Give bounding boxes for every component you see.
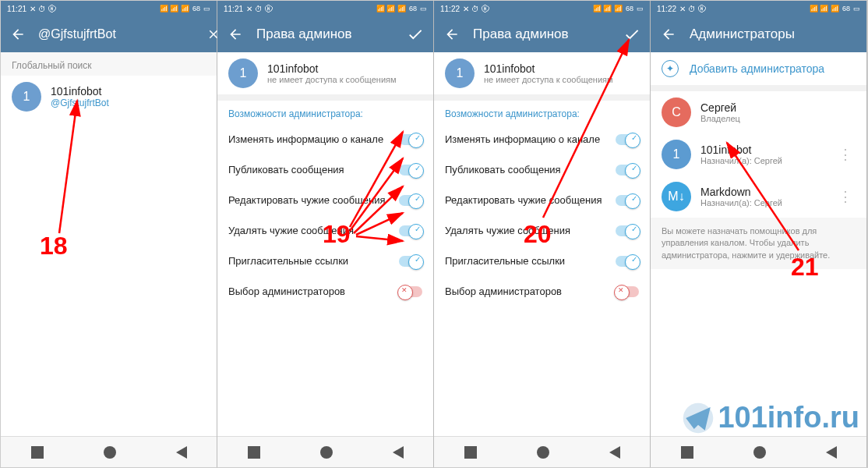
avatar: 1: [662, 140, 691, 169]
annotation-18: 18: [40, 232, 68, 260]
result-sub: @GjfstujfrtBot: [51, 98, 206, 108]
nav-home-icon[interactable]: [320, 446, 333, 459]
topbar: Права админов: [217, 16, 433, 52]
permission-label: Пригласительные ссылки: [228, 255, 399, 267]
avatar: M↓: [662, 182, 691, 211]
permission-row[interactable]: Редактировать чужие сообщения: [434, 185, 650, 215]
permission-label: Удалять чужие сообщения: [445, 225, 616, 236]
permission-label: Публиковать сообщения: [445, 164, 616, 176]
permission-row[interactable]: Изменять информацию о канале: [434, 124, 650, 154]
caps-label: Возможности администратора:: [217, 101, 433, 124]
topbar: Администраторы: [651, 16, 866, 52]
status-icons: ✕ ⏱ Ⓦ: [30, 5, 56, 13]
more-icon[interactable]: ⋮: [835, 146, 856, 163]
back-icon[interactable]: [443, 26, 460, 43]
more-icon[interactable]: ⋮: [835, 188, 856, 205]
pane-admin-rights-1: 11:21✕ ⏱ Ⓦ 📶 📶 📶 68▭ Права админов 1 101…: [217, 1, 434, 467]
toggle[interactable]: [399, 165, 422, 176]
statusbar: 11:22✕ ⏱ Ⓦ 📶 📶 📶 68▭: [651, 1, 866, 16]
global-search-label: Глобальный поиск: [1, 52, 217, 76]
caps-label: Возможности администратора:: [434, 101, 650, 124]
statusbar: 11:21✕ ⏱ Ⓦ 📶 📶 📶 68▭: [1, 1, 217, 16]
topbar-title: Администраторы: [690, 27, 857, 42]
permission-label: Изменять информацию о канале: [445, 133, 616, 145]
permission-label: Выбор администраторов: [228, 285, 399, 297]
toggle[interactable]: [616, 195, 639, 206]
statusbar: 11:21✕ ⏱ Ⓦ 📶 📶 📶 68▭: [217, 1, 433, 16]
admin-row[interactable]: 1101infobotНазначил(а): Сергей⋮: [651, 133, 866, 176]
status-right: 📶 📶 📶 68▭: [160, 5, 210, 12]
permission-label: Редактировать чужие сообщения: [228, 194, 399, 206]
nav-back-icon[interactable]: [393, 446, 404, 459]
permission-row[interactable]: Публиковать сообщения: [434, 154, 650, 185]
permission-row[interactable]: Редактировать чужие сообщения: [217, 185, 433, 215]
nav-recent-icon[interactable]: [31, 446, 44, 459]
star-plus-icon: ✦: [662, 60, 679, 77]
toggle[interactable]: [399, 286, 422, 297]
permission-row[interactable]: Выбор администраторов: [434, 276, 650, 307]
permission-label: Пригласительные ссылки: [445, 255, 616, 267]
toggle[interactable]: [399, 134, 422, 145]
nav-back-icon[interactable]: [176, 446, 187, 459]
toggle[interactable]: [616, 165, 639, 176]
avatar: 1: [12, 82, 41, 112]
confirm-icon[interactable]: [623, 26, 640, 43]
nav-recent-icon[interactable]: [681, 446, 693, 459]
search-input[interactable]: [38, 27, 194, 41]
nav-back-icon[interactable]: [826, 446, 837, 459]
search-result[interactable]: 1 101infobot @GjfstujfrtBot: [1, 76, 217, 118]
toggle[interactable]: [399, 256, 422, 267]
back-icon[interactable]: [660, 26, 677, 43]
permission-row[interactable]: Пригласительные ссылки: [217, 246, 433, 276]
back-icon[interactable]: [10, 26, 26, 43]
permission-label: Редактировать чужие сообщения: [445, 194, 616, 206]
nav-recent-icon[interactable]: [464, 446, 477, 459]
toggle[interactable]: [616, 286, 639, 297]
toggle[interactable]: [616, 134, 639, 145]
permission-row[interactable]: Публиковать сообщения: [217, 154, 433, 185]
add-admin-button[interactable]: ✦ Добавить администратора: [651, 52, 866, 85]
svg-line-0: [59, 101, 77, 233]
topbar: Права админов: [434, 16, 650, 52]
admin-row[interactable]: ССергейВладелец: [651, 91, 866, 133]
admin-bot-row[interactable]: 1 101infobot не имеет доступа к сообщени…: [217, 52, 433, 94]
toggle[interactable]: [399, 225, 422, 236]
permission-row[interactable]: Пригласительные ссылки: [434, 246, 650, 276]
android-navbar: [434, 436, 650, 467]
admin-bot-row[interactable]: 1 101infobot не имеет доступа к сообщени…: [434, 52, 650, 94]
status-time: 11:21: [7, 5, 26, 13]
confirm-icon[interactable]: [407, 26, 424, 43]
result-title: 101infobot: [51, 85, 206, 98]
toggle[interactable]: [616, 256, 639, 267]
permission-label: Выбор администраторов: [445, 285, 616, 297]
pane-search: 11:21✕ ⏱ Ⓦ 📶 📶 📶 68▭ Глобальный поиск 1 …: [1, 1, 217, 467]
footer-hint: Вы можете назначать помощников для управ…: [651, 218, 866, 269]
permission-row[interactable]: Выбор администраторов: [217, 276, 433, 307]
admin-row[interactable]: M↓MarkdownНазначил(а): Сергей⋮: [651, 176, 866, 218]
nav-home-icon[interactable]: [537, 446, 549, 459]
topbar-title: Права админов: [473, 27, 611, 42]
permission-label: Удалять чужие сообщения: [228, 225, 399, 236]
android-navbar: [217, 436, 433, 467]
nav-home-icon[interactable]: [753, 446, 766, 459]
toggle[interactable]: [399, 195, 422, 206]
permission-row[interactable]: Изменять информацию о канале: [217, 124, 433, 154]
search-topbar: [1, 16, 217, 52]
pane-admin-rights-2: 11:22✕ ⏱ Ⓦ 📶 📶 📶 68▭ Права админов 1 101…: [434, 1, 651, 467]
nav-recent-icon[interactable]: [248, 446, 260, 459]
nav-home-icon[interactable]: [104, 446, 116, 459]
avatar: С: [662, 98, 691, 127]
permission-row[interactable]: Удалять чужие сообщения: [217, 215, 433, 246]
toggle[interactable]: [616, 225, 639, 236]
statusbar: 11:22✕ ⏱ Ⓦ 📶 📶 📶 68▭: [434, 1, 650, 16]
android-navbar: [651, 436, 866, 467]
nav-back-icon[interactable]: [609, 446, 620, 459]
avatar: 1: [445, 58, 475, 88]
avatar: 1: [228, 58, 258, 88]
permission-row[interactable]: Удалять чужие сообщения: [434, 215, 650, 246]
permission-label: Изменять информацию о канале: [228, 133, 399, 145]
pane-administrators: 11:22✕ ⏱ Ⓦ 📶 📶 📶 68▭ Администраторы ✦ До…: [651, 1, 867, 467]
android-navbar: [1, 436, 217, 467]
topbar-title: Права админов: [256, 27, 394, 42]
back-icon[interactable]: [227, 26, 244, 43]
